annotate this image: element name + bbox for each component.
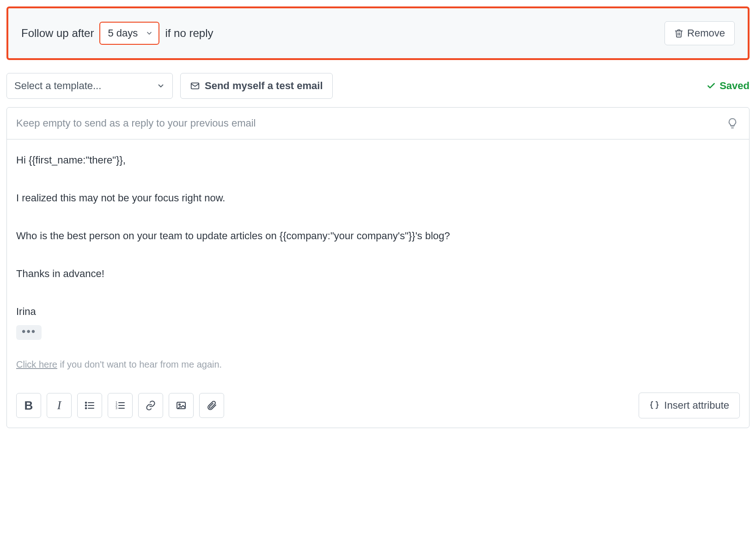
insert-attribute-button[interactable]: Insert attribute	[639, 393, 740, 418]
suggestions-button[interactable]	[725, 116, 740, 131]
chevron-down-icon	[146, 30, 153, 37]
image-icon	[176, 400, 187, 411]
body-paragraph: Hi {{first_name:"there"}},	[16, 152, 740, 168]
saved-label: Saved	[719, 80, 750, 92]
expand-signature-button[interactable]: •••	[16, 325, 42, 340]
insert-attribute-label: Insert attribute	[664, 399, 729, 411]
italic-button[interactable]: I	[47, 393, 72, 418]
attachment-button[interactable]	[199, 393, 224, 418]
subject-row	[7, 108, 749, 139]
controls-row: Select a template... Send myself a test …	[6, 73, 750, 99]
svg-point-14	[179, 404, 180, 405]
check-icon	[707, 81, 716, 91]
link-button[interactable]	[138, 393, 163, 418]
paperclip-icon	[206, 400, 217, 411]
bold-button[interactable]: B	[16, 393, 41, 418]
svg-point-5	[85, 408, 87, 409]
list-ul-icon	[84, 400, 95, 411]
unsubscribe-line: Click here if you don't want to hear fro…	[16, 357, 740, 372]
svg-text:3: 3	[116, 406, 117, 410]
controls-left: Select a template... Send myself a test …	[6, 73, 333, 99]
unordered-list-button[interactable]	[77, 393, 102, 418]
subject-input[interactable]	[16, 117, 725, 129]
list-ol-icon: 123	[115, 400, 126, 411]
followup-left: Follow up after 5 days if no reply	[21, 22, 213, 45]
editor-toolbar: B I 123	[7, 393, 749, 428]
saved-indicator: Saved	[707, 80, 750, 92]
trash-icon	[674, 29, 683, 38]
unsubscribe-text: if you don't want to hear from me again.	[57, 359, 222, 369]
followup-prefix: Follow up after	[21, 27, 94, 40]
svg-point-1	[85, 402, 87, 404]
email-body[interactable]: Hi {{first_name:"there"}}, I realized th…	[7, 139, 749, 393]
body-paragraph: Thanks in advance!	[16, 266, 740, 282]
send-test-email-label: Send myself a test email	[205, 80, 323, 92]
followup-delay-value: 5 days	[108, 27, 138, 39]
template-placeholder: Select a template...	[14, 80, 101, 92]
link-icon	[145, 400, 156, 411]
body-paragraph: I realized this may not be your focus ri…	[16, 190, 740, 206]
envelope-icon	[190, 81, 200, 91]
lightbulb-icon	[727, 118, 738, 129]
braces-icon	[649, 400, 659, 411]
chevron-down-icon	[157, 82, 165, 90]
template-select[interactable]: Select a template...	[6, 73, 173, 99]
followup-delay-select[interactable]: 5 days	[99, 22, 159, 45]
editor-card: Hi {{first_name:"there"}}, I realized th…	[6, 107, 750, 428]
unsubscribe-link[interactable]: Click here	[16, 359, 57, 369]
ordered-list-button[interactable]: 123	[108, 393, 133, 418]
send-test-email-button[interactable]: Send myself a test email	[180, 73, 333, 99]
bold-icon: B	[24, 399, 33, 413]
remove-label: Remove	[687, 27, 725, 39]
followup-suffix: if no reply	[165, 27, 213, 40]
body-signature: Irina	[16, 304, 740, 320]
remove-button[interactable]: Remove	[665, 21, 735, 45]
image-button[interactable]	[169, 393, 194, 418]
followup-bar: Follow up after 5 days if no reply Remov…	[6, 6, 750, 60]
italic-icon: I	[57, 399, 61, 412]
svg-point-3	[85, 405, 87, 406]
body-paragraph: Who is the best person on your team to u…	[16, 228, 740, 244]
toolbar-left: B I 123	[16, 393, 224, 418]
